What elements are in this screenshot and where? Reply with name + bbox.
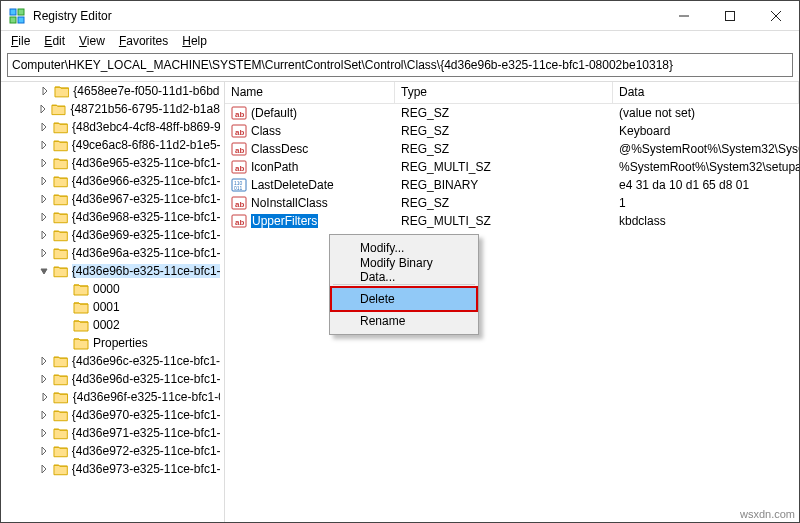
maximize-button[interactable] xyxy=(707,1,753,30)
menu-view[interactable]: View xyxy=(73,32,111,50)
list-row[interactable]: ab(Default)REG_SZ(value not set) xyxy=(225,104,799,122)
caption-buttons xyxy=(661,1,799,30)
value-name: NoInstallClass xyxy=(251,196,328,210)
tree-item[interactable]: {4d36e968-e325-11ce-bfc1-0 xyxy=(1,208,224,226)
tree-item-label: {4d36e96f-e325-11ce-bfc1-0 xyxy=(73,390,220,404)
menu-help[interactable]: Help xyxy=(176,32,213,50)
value-name: IconPath xyxy=(251,160,298,174)
window: Registry Editor File Edit View Favorites… xyxy=(0,0,800,523)
tree-expander-icon[interactable] xyxy=(40,231,48,239)
tree-item[interactable]: {4d36e96f-e325-11ce-bfc1-0 xyxy=(1,388,224,406)
tree-item[interactable]: {4d36e96a-e325-11ce-bfc1-0 xyxy=(1,244,224,262)
tree-item[interactable]: {4d36e969-e325-11ce-bfc1-0 xyxy=(1,226,224,244)
list-row[interactable]: abIconPathREG_MULTI_SZ%SystemRoot%\Syste… xyxy=(225,158,799,176)
list-row[interactable]: abClassREG_SZKeyboard xyxy=(225,122,799,140)
value-data: Keyboard xyxy=(613,124,799,138)
column-header-type[interactable]: Type xyxy=(395,82,613,103)
tree-expander-icon[interactable] xyxy=(40,213,48,221)
svg-rect-2 xyxy=(10,17,16,23)
value-data: e4 31 da 10 d1 65 d8 01 xyxy=(613,178,799,192)
tree-item[interactable]: 0001 xyxy=(1,298,224,316)
tree-item-label: {4d36e96b-e325-11ce-bfc1-0 xyxy=(72,264,220,278)
svg-text:011: 011 xyxy=(234,185,243,191)
tree-expander-icon[interactable] xyxy=(41,87,49,95)
tree-item[interactable]: {4d36e965-e325-11ce-bfc1-0 xyxy=(1,154,224,172)
tree-expander-icon[interactable] xyxy=(40,411,48,419)
string-value-icon: ab xyxy=(231,159,247,175)
tree-item[interactable]: Properties xyxy=(1,334,224,352)
svg-text:ab: ab xyxy=(235,218,244,227)
tree-item[interactable]: 0002 xyxy=(1,316,224,334)
tree-expander-icon[interactable] xyxy=(40,429,48,437)
tree-item[interactable]: {4658ee7e-f050-11d1-b6bd- xyxy=(1,82,224,100)
tree-item[interactable]: {48d3ebc4-4cf8-48ff-b869-9c xyxy=(1,118,224,136)
tree-item[interactable]: {4d36e967-e325-11ce-bfc1-0 xyxy=(1,190,224,208)
tree-view[interactable]: {4658ee7e-f050-11d1-b6bd-{48721b56-6795-… xyxy=(1,82,225,522)
tree-expander-icon[interactable] xyxy=(40,357,48,365)
list-view[interactable]: Name Type Data ab(Default)REG_SZ(value n… xyxy=(225,82,799,522)
svg-text:ab: ab xyxy=(235,164,244,173)
value-name: (Default) xyxy=(251,106,297,120)
tree-item[interactable]: {49ce6ac8-6f86-11d2-b1e5-0 xyxy=(1,136,224,154)
folder-icon xyxy=(53,426,68,440)
tree-item[interactable]: {4d36e966-e325-11ce-bfc1-0 xyxy=(1,172,224,190)
tree-item[interactable]: {4d36e973-e325-11ce-bfc1-0 xyxy=(1,460,224,478)
folder-icon xyxy=(51,102,66,116)
tree-expander-icon[interactable] xyxy=(40,159,48,167)
tree-item[interactable]: {4d36e972-e325-11ce-bfc1-0 xyxy=(1,442,224,460)
tree-expander-icon[interactable] xyxy=(40,447,48,455)
column-header-data[interactable]: Data xyxy=(613,82,799,103)
tree-item[interactable]: 0000 xyxy=(1,280,224,298)
tree-expander-icon[interactable] xyxy=(40,465,48,473)
context-rename[interactable]: Rename xyxy=(332,310,476,332)
tree-expander-icon[interactable] xyxy=(39,105,47,113)
tree-item[interactable]: {48721b56-6795-11d2-b1a8-0 xyxy=(1,100,224,118)
menu-edit[interactable]: Edit xyxy=(38,32,71,50)
tree-expander-icon[interactable] xyxy=(41,393,49,401)
list-row[interactable]: 110011LastDeleteDateREG_BINARYe4 31 da 1… xyxy=(225,176,799,194)
string-value-icon: ab xyxy=(231,213,247,229)
tree-item-label: {4d36e969-e325-11ce-bfc1-0 xyxy=(72,228,220,242)
tree-item[interactable]: {4d36e971-e325-11ce-bfc1-0 xyxy=(1,424,224,442)
tree-expander-icon[interactable] xyxy=(40,249,48,257)
folder-icon xyxy=(53,444,68,458)
tree-item[interactable]: {4d36e96d-e325-11ce-bfc1-0 xyxy=(1,370,224,388)
context-menu: Modify... Modify Binary Data... Delete R… xyxy=(329,234,479,335)
folder-icon xyxy=(53,192,68,206)
list-row[interactable]: abUpperFiltersREG_MULTI_SZkbdclass xyxy=(225,212,799,230)
folder-icon xyxy=(53,462,68,476)
folder-icon xyxy=(53,390,68,404)
string-value-icon: ab xyxy=(231,123,247,139)
menu-favorites[interactable]: Favorites xyxy=(113,32,174,50)
menu-file[interactable]: File xyxy=(5,32,36,50)
folder-icon xyxy=(54,84,70,98)
value-name: UpperFilters xyxy=(251,214,318,228)
tree-expander-icon[interactable] xyxy=(40,267,48,275)
tree-item[interactable]: {4d36e970-e325-11ce-bfc1-0 xyxy=(1,406,224,424)
list-row[interactable]: abClassDescREG_SZ@%SystemRoot%\System32\… xyxy=(225,140,799,158)
value-data: @%SystemRoot%\System32\SysClass.Dll,-300… xyxy=(613,142,799,156)
address-text: Computer\HKEY_LOCAL_MACHINE\SYSTEM\Curre… xyxy=(12,58,673,72)
tree-expander-icon[interactable] xyxy=(40,177,48,185)
tree-item[interactable]: {4d36e96b-e325-11ce-bfc1-0 xyxy=(1,262,224,280)
tree-expander-icon[interactable] xyxy=(40,123,48,131)
value-type: REG_BINARY xyxy=(395,178,613,192)
minimize-button[interactable] xyxy=(661,1,707,30)
context-delete[interactable]: Delete xyxy=(332,288,476,310)
column-header-name[interactable]: Name xyxy=(225,82,395,103)
address-bar[interactable]: Computer\HKEY_LOCAL_MACHINE\SYSTEM\Curre… xyxy=(7,53,793,77)
folder-icon xyxy=(73,282,89,296)
value-name: LastDeleteDate xyxy=(251,178,334,192)
context-modify-binary[interactable]: Modify Binary Data... xyxy=(332,259,476,281)
list-row[interactable]: abNoInstallClassREG_SZ1 xyxy=(225,194,799,212)
folder-icon xyxy=(53,228,68,242)
close-button[interactable] xyxy=(753,1,799,30)
tree-item-label: {4d36e972-e325-11ce-bfc1-0 xyxy=(72,444,220,458)
tree-expander-icon[interactable] xyxy=(40,195,48,203)
tree-expander-icon[interactable] xyxy=(40,141,48,149)
folder-icon xyxy=(53,210,68,224)
tree-item-label: {4d36e968-e325-11ce-bfc1-0 xyxy=(72,210,220,224)
tree-item[interactable]: {4d36e96c-e325-11ce-bfc1-0 xyxy=(1,352,224,370)
regedit-icon xyxy=(9,8,25,24)
tree-expander-icon[interactable] xyxy=(40,375,48,383)
